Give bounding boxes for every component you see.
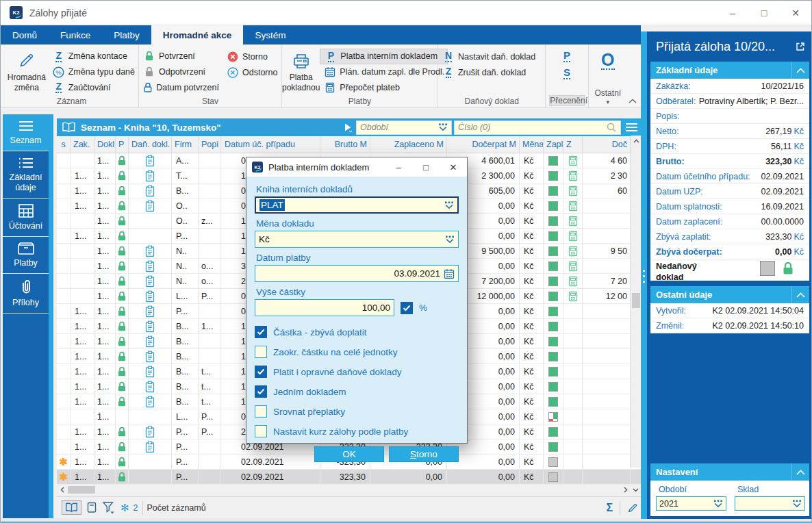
dropdown-chevron-icon[interactable] [444,201,454,209]
column-header[interactable]: Dočerpat M [447,136,520,153]
column-header[interactable]: s [57,136,71,153]
recalc-payments-button[interactable]: Přepočet plateb [320,79,448,95]
checkbox-icon[interactable] [255,385,267,398]
tab-platby[interactable]: Platby [102,25,151,44]
percent-checkbox[interactable] [401,302,413,314]
scroll-left-icon[interactable] [57,485,67,495]
column-header[interactable]: Zak. [71,136,94,153]
collapse-section-button[interactable] [791,463,809,481]
checkbox-icon[interactable] [255,366,267,378]
change-tax-type-button[interactable]: %Změna typu daně [49,64,138,80]
checkbox-icon[interactable] [255,425,267,437]
unconfirm-button[interactable]: Odpotvrzení [139,64,223,80]
dropdown-chevron-icon[interactable] [438,123,448,131]
sidebar-item-uctovani[interactable]: Účtování [3,199,49,237]
column-header[interactable]: Datum úč. případu [220,136,320,153]
scroll-right-icon[interactable] [620,485,631,495]
dropdown-chevron-icon[interactable] [713,500,723,508]
bulk-change-button[interactable]: Hromadná změna [5,47,49,95]
tab-hromadne-akce[interactable]: Hromadné akce [151,25,244,44]
card-view-button[interactable] [87,502,97,513]
column-header[interactable]: Zaplaceno M [370,136,447,153]
scroll-down-icon[interactable] [631,485,641,495]
sidebar-item-prilohy[interactable]: Přílohy [3,274,49,314]
scrollbar-thumb[interactable] [632,293,640,308]
edit-pencil-icon[interactable] [627,502,638,513]
column-header[interactable]: Doč [583,136,631,153]
dialog-checkbox-row[interactable]: Jedním dokladem [255,382,459,401]
ok-button[interactable]: OK [314,446,384,462]
scroll-up-icon[interactable] [631,136,642,146]
payment-date-input[interactable]: 03.09.2021 [255,265,459,282]
column-header[interactable]: Firm [172,136,199,153]
maximize-button[interactable]: □ [748,1,780,25]
minimize-button[interactable]: – [717,1,748,25]
tab-domu[interactable]: Domů [1,25,49,44]
post-button[interactable]: ZZaúčtování [49,79,138,95]
play-filter-button[interactable] [340,123,356,132]
confirm-button[interactable]: Potvrzení [139,49,223,64]
cancel-tax-doc-button[interactable]: ZZrušit daň. doklad [438,64,539,80]
confirm-date-button[interactable]: Datum potvrzení [139,79,223,95]
collapse-section-button[interactable] [791,286,809,303]
horizontal-scrollbar[interactable] [57,485,641,495]
column-header[interactable]: Brutto M [320,136,370,153]
dialog-checkbox-row[interactable]: Nastavit kurz zálohy podle platby [255,422,459,441]
column-header[interactable]: P [116,136,129,153]
planned-payment-date-button[interactable]: Plán. datum zapl. dle Prodl. [320,64,448,80]
open-external-icon[interactable] [795,41,806,52]
list-menu-button[interactable] [622,118,641,136]
nontax-checkbox[interactable] [760,261,775,276]
table-row[interactable]: ✱1...1...P...02.09.2021323,300,000,00Kč [57,470,641,485]
sidebar-item-seznam[interactable]: Seznam [3,114,49,151]
collapse-ribbon-button[interactable] [629,99,637,103]
number-search-input[interactable]: Číslo (0) [454,120,621,135]
sum-button[interactable]: Σ [606,502,613,514]
hscrollbar-thumb[interactable] [68,486,95,494]
filter-button[interactable] [102,501,115,514]
dialog-checkbox-row[interactable]: Částka - zbývá doplatit [255,322,459,342]
sidebar-item-platby[interactable]: Platby [3,237,49,274]
cash-payment-button[interactable]: Platba pokladnou [282,47,320,95]
checkbox-icon[interactable] [255,326,267,338]
calendar-icon[interactable] [444,268,455,279]
internal-doc-book-input[interactable]: PLAT [255,196,459,214]
amount-input[interactable]: 100,00 [255,299,394,316]
dialog-close-button[interactable]: ✕ [440,157,467,177]
column-header[interactable]: Zapl. [544,136,563,153]
checkbox-icon[interactable] [255,346,267,358]
storno-button[interactable]: Storno [389,446,459,462]
column-header[interactable]: Daň. dokl. [129,136,172,153]
document-currency-input[interactable]: Kč [255,231,459,248]
dialog-maximize-button[interactable]: □ [412,157,440,177]
column-header[interactable]: Z [563,136,583,153]
snowflake-icon[interactable]: ✻ [120,502,129,514]
sidebar-item-zakladni-udaje[interactable]: Základní údaje [3,151,49,199]
period-filter-input[interactable]: Období [356,120,452,135]
collapse-section-button[interactable] [791,62,809,79]
letter-p-icon[interactable]: P [563,50,570,62]
tab-system[interactable]: Systém [243,25,297,44]
warehouse-select[interactable] [735,496,805,511]
panel-splitter[interactable] [641,31,647,519]
internal-doc-payment-button[interactable]: PPlatba interním dokladem [320,49,448,64]
change-posting-button[interactable]: ZZměna kontace [49,49,138,64]
dropdown-chevron-icon[interactable] [792,500,802,508]
column-header[interactable]: Popi [199,136,220,153]
dropdown-chevron-icon[interactable] [445,235,455,244]
tab-funkce[interactable]: Funkce [49,25,102,44]
dialog-checkbox-row[interactable]: Platit i opravné daňové doklady [255,362,459,381]
dialog-checkbox-row[interactable]: Zaokr. částku na celé jednotky [255,342,459,361]
book-view-button[interactable] [62,500,81,515]
odstorno-button[interactable]: Odstorno [223,64,281,80]
column-header[interactable]: Dokl [94,136,116,153]
storno-button[interactable]: Storno [223,49,281,64]
column-header[interactable]: Měna [520,136,544,153]
set-tax-doc-button[interactable]: NNastavit daň. doklad [438,49,539,64]
ribbon-group-ostatni[interactable]: O Ostatní ▾ [589,44,627,107]
vertical-scrollbar[interactable] [631,136,641,468]
dialog-checkbox-row[interactable]: Srovnat přeplatky [255,402,459,421]
period-select[interactable]: 2021 [656,496,726,511]
close-button[interactable]: ✕ [780,1,811,25]
letter-s-icon[interactable]: S [563,67,570,79]
